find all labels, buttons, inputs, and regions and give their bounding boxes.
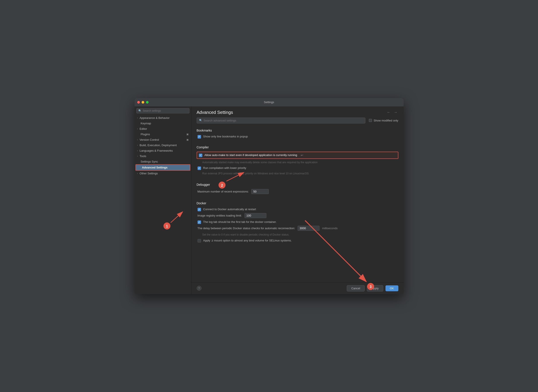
run-compilation-checkbox[interactable] [197, 167, 201, 170]
maximize-button[interactable] [146, 101, 149, 103]
image-registry-label: Image registry entities loading limit: [197, 214, 242, 217]
search-bar-row: 🔍 Show modified only [192, 117, 404, 127]
selinux-label: Apply :z mount option to almost any bind… [203, 239, 292, 242]
titlebar: Settings [135, 98, 404, 106]
close-button[interactable] [137, 101, 140, 103]
selinux-row: Apply :z mount option to almost any bind… [197, 239, 398, 243]
advanced-search-input[interactable] [204, 119, 363, 122]
allow-auto-make-row: Allow auto-make to start even if develop… [197, 152, 398, 159]
connect-docker-checkbox[interactable] [197, 208, 201, 211]
max-expressions-row: Maximum number of recent expressions: [197, 189, 398, 194]
docker-section-title: Docker [197, 201, 398, 205]
show-modified-label: Show modified only [374, 119, 398, 122]
sidebar-item-version-control[interactable]: › Version Control ▣ [135, 137, 191, 142]
sidebar-item-label: Editor [140, 127, 147, 131]
page-title: Advanced Settings [197, 110, 233, 115]
sidebar-item-label: Tools [140, 154, 146, 158]
allow-auto-make-desc: Automatically started make may eventuall… [202, 161, 398, 164]
debugger-section-title: Debugger [197, 183, 398, 186]
delay-input[interactable] [298, 226, 319, 231]
search-icon: 🔍 [199, 119, 202, 122]
sidebar-item-label: Keymap [141, 122, 151, 125]
ok-button[interactable]: OK [385, 285, 398, 291]
show-line-bookmarks-checkbox[interactable] [197, 135, 201, 139]
show-line-bookmarks-label: Show only line bookmarks in popup [203, 135, 248, 138]
delay-suffix: milliseconds [322, 227, 338, 230]
sidebar-item-settings-sync[interactable]: Settings Sync [135, 159, 191, 164]
sidebar-item-plugins[interactable]: Plugins ▣ [135, 131, 191, 137]
advanced-search-box[interactable]: 🔍 [197, 117, 365, 123]
sidebar-item-keymap[interactable]: Keymap [135, 121, 191, 126]
sidebar-item-advanced-settings[interactable]: Advanced Settings [136, 164, 190, 171]
chevron-right-icon: › [137, 128, 138, 130]
sidebar-item-appearance-behavior[interactable]: › Appearance & Behavior [135, 115, 191, 121]
sidebar: 🔍 › Appearance & Behavior Keymap › Edito… [135, 106, 192, 294]
log-tab-checkbox[interactable] [197, 220, 201, 224]
vcs-icon: ▣ [186, 138, 189, 141]
show-modified-row: Show modified only [369, 119, 398, 122]
sidebar-search-input[interactable] [143, 109, 187, 112]
image-registry-row: Image registry entities loading limit: [197, 213, 398, 218]
sidebar-item-tools[interactable]: › Tools [135, 153, 191, 159]
apply-button[interactable]: Apply [367, 285, 383, 291]
chevron-right-icon: › [137, 155, 138, 157]
image-registry-input[interactable] [244, 213, 266, 218]
sidebar-search-box[interactable]: 🔍 [136, 108, 189, 113]
log-tab-label: The log tab should be the first tab for … [203, 220, 277, 224]
plugin-icon: ▣ [186, 133, 189, 136]
chevron-right-icon: › [137, 172, 138, 175]
max-expressions-label: Maximum number of recent expressions: [197, 190, 249, 193]
chevron-right-icon: › [137, 117, 138, 119]
log-tab-row: The log tab should be the first tab for … [197, 220, 398, 224]
main-panel: Advanced Settings ← → 🔍 Show modified on… [192, 106, 404, 294]
connect-docker-label: Connect to Docker automatically at resta… [203, 208, 256, 211]
minimize-button[interactable] [142, 101, 144, 103]
nav-arrows: ← → [386, 110, 398, 115]
run-compilation-row: Run compilation with lower priority [197, 166, 398, 170]
delay-row: The delay between periodic Docker status… [197, 226, 398, 231]
bottom-bar: ? Cancel Apply OK [192, 282, 404, 294]
sidebar-item-label: Advanced Settings [142, 166, 168, 169]
allow-auto-make-label: Allow auto-make to start even if develop… [205, 153, 297, 157]
run-compilation-desc: Run external JPS process with IDLE prior… [202, 172, 398, 175]
sidebar-item-label: Languages & Frameworks [140, 149, 173, 152]
sidebar-item-label: Other Settings [140, 172, 158, 175]
reset-icon[interactable]: ↩ [301, 153, 303, 157]
connect-docker-row: Connect to Docker automatically at resta… [197, 208, 398, 211]
show-modified-checkbox[interactable] [369, 119, 372, 122]
help-button[interactable]: ? [197, 286, 201, 291]
sidebar-search-icon: 🔍 [138, 109, 142, 112]
help-button-wrapper: ? [197, 286, 201, 291]
max-expressions-input[interactable] [251, 189, 269, 194]
sidebar-item-label: Build, Execution, Deployment [140, 144, 177, 147]
compiler-section-title: Compiler [197, 145, 398, 149]
bookmarks-section-title: Bookmarks [197, 129, 398, 132]
main-header: Advanced Settings ← → [192, 106, 404, 117]
delay-label: The delay between periodic Docker status… [197, 227, 295, 230]
delay-desc: Set the value to 0 if you want to disabl… [202, 233, 398, 237]
show-line-bookmarks-row: Show only line bookmarks in popup [197, 135, 398, 139]
sidebar-item-label: Version Control [140, 138, 159, 141]
sidebar-item-editor[interactable]: › Editor [135, 126, 191, 131]
settings-content: Bookmarks Show only line bookmarks in po… [192, 127, 404, 282]
cancel-button[interactable]: Cancel [347, 285, 365, 291]
sidebar-item-label: Plugins [141, 133, 150, 136]
chevron-right-icon: › [137, 144, 138, 146]
sidebar-item-other-settings[interactable]: › Other Settings [135, 171, 191, 176]
allow-auto-make-checkbox[interactable] [199, 154, 202, 157]
sidebar-item-label: Settings Sync [141, 160, 158, 163]
selinux-checkbox[interactable] [197, 239, 201, 243]
chevron-right-icon: › [137, 139, 138, 141]
sidebar-item-languages-frameworks[interactable]: › Languages & Frameworks [135, 148, 191, 153]
chevron-right-icon: › [137, 149, 138, 152]
traffic-lights [137, 101, 149, 103]
content-area: 🔍 › Appearance & Behavior Keymap › Edito… [135, 106, 404, 294]
window-title: Settings [264, 101, 274, 104]
back-button[interactable]: ← [386, 110, 391, 115]
run-compilation-label: Run compilation with lower priority [203, 166, 246, 170]
sidebar-item-label: Appearance & Behavior [140, 116, 170, 120]
sidebar-item-build-execution[interactable]: › Build, Execution, Deployment [135, 142, 191, 148]
forward-button[interactable]: → [393, 110, 398, 115]
